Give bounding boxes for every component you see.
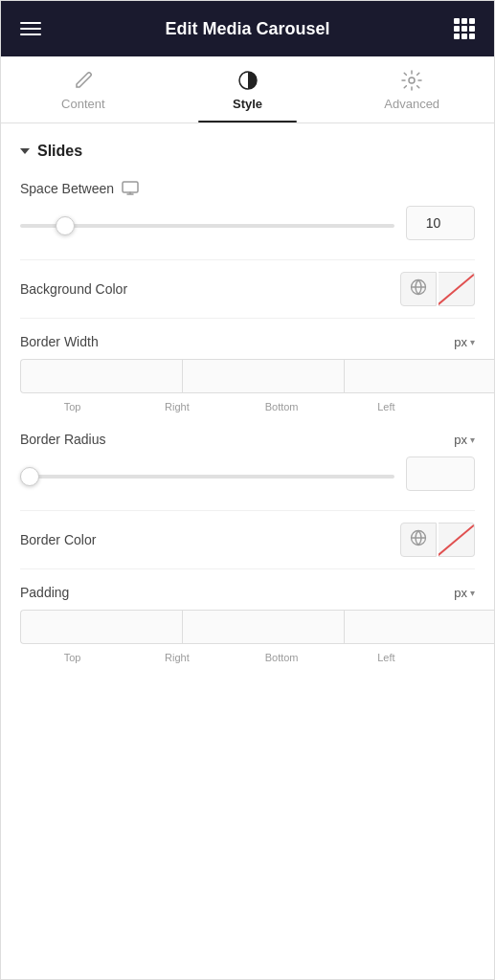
- border-width-bottom-input[interactable]: [344, 359, 494, 393]
- tab-style[interactable]: Style: [166, 56, 330, 122]
- space-between-label: Space Between: [20, 181, 139, 196]
- background-color-controls: [400, 272, 475, 306]
- padding-unit-chevron-icon: ▾: [470, 588, 475, 598]
- border-color-row: Border Color: [20, 510, 475, 569]
- border-width-top-label: Top: [20, 397, 124, 412]
- border-width-inputs: [20, 359, 475, 393]
- border-color-slash-btn[interactable]: [439, 523, 475, 557]
- padding-top-label: Top: [20, 648, 124, 663]
- padding-bottom-input[interactable]: [344, 610, 494, 644]
- chevron-down-icon[interactable]: [20, 148, 30, 154]
- border-width-row: Border Width px ▾: [20, 334, 475, 412]
- border-color-controls: [400, 523, 475, 557]
- border-radius-slider-wrapper: [20, 465, 394, 482]
- border-radius-label-row: Border Radius px ▾: [20, 432, 475, 447]
- tabs-bar: Content Style Advanced: [1, 56, 494, 123]
- border-radius-unit-chevron-icon: ▾: [470, 434, 475, 445]
- border-width-bottom-label: Bottom: [230, 397, 334, 412]
- tab-content[interactable]: Content: [1, 56, 166, 122]
- unit-chevron-icon: ▾: [470, 337, 475, 347]
- background-color-row: Background Color: [20, 259, 475, 319]
- apps-icon[interactable]: [454, 18, 475, 39]
- content-icon: [73, 70, 94, 91]
- border-radius-label: Border Radius: [20, 432, 106, 447]
- padding-right-label: Right: [124, 648, 229, 663]
- border-width-label-row: Border Width px ▾: [20, 334, 475, 349]
- slides-section-title: Slides: [37, 143, 82, 160]
- globe-icon: [410, 278, 427, 300]
- tab-style-label: Style: [233, 97, 262, 111]
- hamburger-icon[interactable]: [20, 22, 41, 35]
- border-color-global-btn[interactable]: [400, 523, 437, 557]
- space-between-label-row: Space Between: [20, 181, 475, 196]
- space-between-row: Space Between: [20, 181, 475, 240]
- border-radius-row: Border Radius px ▾: [20, 432, 475, 491]
- padding-bottom-label: Bottom: [230, 648, 334, 663]
- tab-advanced-label: Advanced: [384, 97, 439, 111]
- padding-right-input[interactable]: [182, 610, 344, 644]
- slides-section-header: Slides: [20, 143, 475, 160]
- padding-top-input[interactable]: [20, 610, 182, 644]
- space-between-slider[interactable]: [20, 224, 394, 228]
- border-width-input-labels: Top Right Bottom Left: [20, 397, 475, 412]
- main-content: Slides Space Between: [1, 123, 494, 979]
- background-color-label: Background Color: [20, 281, 127, 297]
- border-color-label: Border Color: [20, 532, 96, 547]
- tab-content-label: Content: [61, 97, 105, 111]
- border-radius-slider[interactable]: [20, 475, 394, 479]
- border-radius-unit-dropdown[interactable]: px ▾: [454, 433, 475, 447]
- header: Edit Media Carousel: [1, 1, 494, 56]
- svg-point-1: [409, 78, 415, 83]
- space-between-slider-wrapper: [20, 214, 394, 232]
- background-color-slash-btn[interactable]: [439, 272, 475, 306]
- border-width-top-input[interactable]: [20, 359, 182, 393]
- border-width-right-input[interactable]: [182, 359, 344, 393]
- border-radius-slider-row: [20, 457, 475, 491]
- advanced-icon: [401, 70, 422, 91]
- background-color-global-btn[interactable]: [400, 272, 437, 306]
- space-between-input[interactable]: [406, 206, 475, 240]
- page-title: Edit Media Carousel: [165, 19, 329, 39]
- space-between-slider-row: [20, 206, 475, 240]
- monitor-icon: [122, 181, 139, 196]
- border-width-label: Border Width: [20, 334, 99, 349]
- padding-unit-dropdown[interactable]: px ▾: [454, 586, 475, 600]
- svg-rect-2: [123, 182, 138, 192]
- padding-label-row: Padding px ▾: [20, 585, 475, 600]
- border-radius-input[interactable]: [406, 457, 475, 491]
- border-width-unit-dropdown[interactable]: px ▾: [454, 335, 475, 349]
- padding-input-labels: Top Right Bottom Left: [20, 648, 475, 663]
- border-width-left-label: Left: [334, 397, 439, 412]
- tab-advanced[interactable]: Advanced: [329, 56, 494, 122]
- padding-row: Padding px ▾: [20, 585, 475, 663]
- style-icon: [237, 70, 259, 91]
- border-globe-icon: [410, 529, 427, 550]
- border-width-right-label: Right: [124, 397, 229, 412]
- padding-inputs: [20, 610, 475, 644]
- padding-label: Padding: [20, 585, 69, 600]
- padding-left-label: Left: [334, 648, 439, 663]
